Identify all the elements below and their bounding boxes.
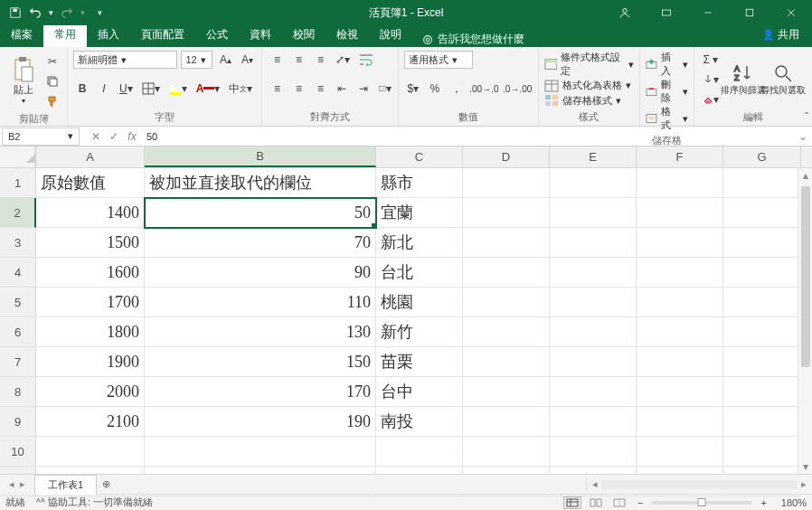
cell-F3[interactable] — [637, 228, 723, 258]
clear-icon[interactable]: ▾ — [700, 90, 722, 109]
cell-F10[interactable] — [637, 437, 723, 467]
scroll-right-icon[interactable]: ▸ — [798, 478, 810, 490]
cell-D10[interactable] — [463, 437, 550, 467]
column-header-D[interactable]: D — [463, 146, 550, 167]
column-header-C[interactable]: C — [376, 146, 463, 167]
align-top-icon[interactable]: ≡ — [268, 51, 286, 69]
formula-input[interactable]: 50 — [141, 131, 794, 142]
cell-B5[interactable]: 110 — [145, 288, 376, 317]
cell-G9[interactable] — [723, 407, 801, 437]
name-box[interactable]: B2▾ — [2, 128, 80, 146]
cell-B1[interactable]: 被加並直接取代的欄位 — [145, 168, 376, 198]
cell-C5[interactable]: 桃園 — [376, 288, 463, 317]
column-header-G[interactable]: G — [723, 146, 801, 167]
insert-cells[interactable]: 插入 ▾ — [646, 51, 688, 78]
cut-icon[interactable]: ✂ — [43, 52, 61, 71]
cell-B3[interactable]: 70 — [145, 228, 376, 258]
row-header-2[interactable]: 2 — [0, 198, 36, 228]
cell-F6[interactable] — [637, 317, 723, 347]
cancel-icon[interactable]: ✕ — [87, 130, 105, 143]
tab-home[interactable]: 常用 — [43, 23, 87, 47]
zoom-slider[interactable] — [652, 501, 751, 505]
cell-A8[interactable]: 2000 — [36, 377, 145, 407]
conditional-formatting[interactable]: 條件式格式設定 ▾ — [544, 51, 634, 78]
collapse-ribbon-icon[interactable]: ˆ — [805, 111, 808, 124]
cell-A7[interactable]: 1900 — [36, 347, 145, 377]
cell-B4[interactable]: 90 — [145, 258, 376, 288]
cell-D3[interactable] — [463, 228, 550, 258]
cell-C7[interactable]: 苗栗 — [376, 347, 463, 377]
view-page-layout-icon[interactable] — [587, 496, 605, 509]
fill-color-icon[interactable]: ▾ — [166, 80, 190, 98]
autosum-icon[interactable]: Σ ▾ — [700, 51, 722, 69]
vertical-scrollbar[interactable]: ▴ ▾ — [798, 168, 812, 474]
fill-icon[interactable]: ▾ — [700, 71, 722, 89]
cell-A5[interactable]: 1700 — [36, 288, 145, 317]
font-family-combo[interactable]: 新細明體▾ — [73, 51, 177, 69]
cell-A10[interactable] — [36, 437, 145, 467]
status-accessibility[interactable]: ᴬᴬ 協助工具: 一切準備就緒 — [36, 496, 153, 509]
decrease-decimal-icon[interactable]: .0→.00 — [503, 80, 533, 98]
sheet-nav-next-icon[interactable]: ▸ — [20, 478, 25, 490]
cell-G1[interactable] — [723, 168, 801, 198]
share-button[interactable]: 👤 共用 — [750, 23, 812, 47]
cell-B10[interactable] — [145, 437, 376, 467]
maximize-icon[interactable] — [729, 0, 770, 25]
cell-C3[interactable]: 新北 — [376, 228, 463, 258]
account-icon[interactable] — [604, 0, 646, 25]
sheet-tab[interactable]: 工作表1 — [34, 475, 97, 495]
cell-G2[interactable] — [723, 198, 801, 228]
row-header-7[interactable]: 7 — [0, 347, 36, 377]
percent-icon[interactable]: % — [426, 80, 444, 98]
cell-D9[interactable] — [463, 407, 550, 437]
column-header-F[interactable]: F — [637, 146, 723, 167]
currency-icon[interactable]: $▾ — [404, 80, 422, 98]
find-select-button[interactable]: 尋找與選取 — [765, 51, 801, 109]
scroll-left-icon[interactable]: ◂ — [589, 478, 601, 490]
cell-B8[interactable]: 170 — [145, 377, 376, 407]
cell-D1[interactable] — [463, 168, 550, 198]
cell-D7[interactable] — [463, 347, 550, 377]
cell-E5[interactable] — [550, 288, 637, 317]
tab-page-layout[interactable]: 頁面配置 — [130, 23, 195, 47]
align-center-icon[interactable]: ≡ — [289, 80, 307, 98]
row-header-6[interactable]: 6 — [0, 317, 36, 347]
cell-E3[interactable] — [550, 228, 637, 258]
cell-D5[interactable] — [463, 288, 550, 317]
view-page-break-icon[interactable] — [610, 496, 628, 509]
cell-A1[interactable]: 原始數值 — [36, 168, 145, 198]
cell-E1[interactable] — [550, 168, 637, 198]
qat-dropdown-icon[interactable]: ▾ — [49, 8, 53, 17]
select-all-corner[interactable] — [0, 146, 36, 168]
column-header-E[interactable]: E — [550, 146, 637, 167]
indent-icon[interactable]: ⇥ — [354, 80, 373, 98]
increase-decimal-icon[interactable]: .00→.0 — [469, 80, 499, 98]
number-format-combo[interactable]: 通用格式▾ — [404, 51, 473, 69]
column-header-B[interactable]: B — [145, 146, 376, 167]
tab-insert[interactable]: 插入 — [87, 23, 130, 47]
orientation-icon[interactable]: ⤢▾ — [333, 51, 353, 69]
copy-icon[interactable] — [43, 72, 61, 90]
cell-B2[interactable]: 50 — [145, 198, 376, 228]
format-painter-icon[interactable] — [43, 92, 61, 110]
cell-C9[interactable]: 南投 — [376, 407, 463, 437]
cell-C4[interactable]: 台北 — [376, 258, 463, 288]
cell-E2[interactable] — [550, 198, 637, 228]
cell-B7[interactable]: 150 — [145, 347, 376, 377]
column-header-A[interactable]: A — [36, 146, 145, 167]
cell-E6[interactable] — [550, 317, 637, 347]
sheet-nav-prev-icon[interactable]: ◂ — [9, 478, 14, 490]
cell-F5[interactable] — [637, 288, 723, 317]
format-as-table[interactable]: 格式化為表格 ▾ — [544, 79, 634, 92]
scrollbar-thumb[interactable] — [801, 186, 810, 367]
fx-icon[interactable]: fx — [123, 130, 141, 143]
cell-A9[interactable]: 2100 — [36, 407, 145, 437]
cell-B9[interactable]: 190 — [145, 407, 376, 437]
zoom-out-icon[interactable]: − — [634, 497, 647, 508]
tell-me[interactable]: 告訴我您想做什麼 — [412, 32, 533, 47]
shrink-font-icon[interactable]: A▾ — [238, 51, 256, 69]
cell-D8[interactable] — [463, 377, 550, 407]
align-middle-icon[interactable]: ≡ — [289, 51, 307, 69]
redo-icon[interactable] — [61, 6, 73, 19]
cell-E4[interactable] — [550, 258, 637, 288]
